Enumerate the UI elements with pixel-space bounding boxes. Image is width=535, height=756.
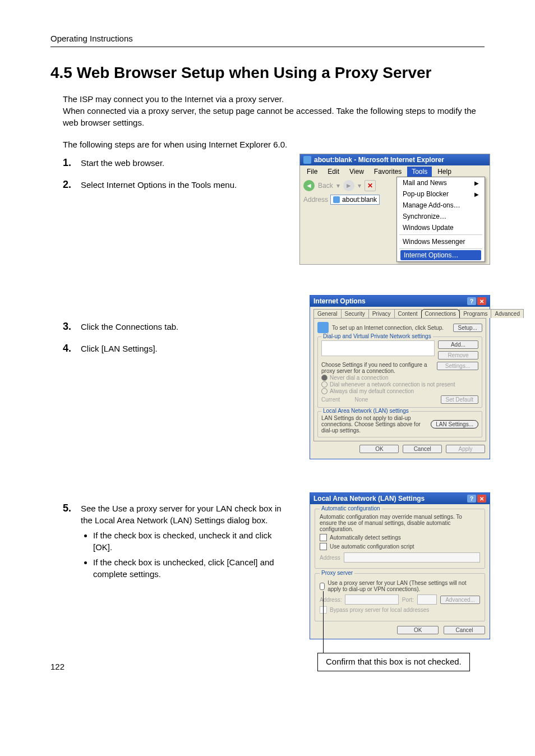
menu-item-mail[interactable]: Mail and News▶ bbox=[397, 177, 485, 188]
header-rule bbox=[50, 47, 485, 47]
add-button[interactable]: Add... bbox=[438, 340, 478, 349]
script-address-label: Address bbox=[320, 555, 340, 561]
globe-icon bbox=[317, 322, 329, 333]
menu-item-internet-options[interactable]: Internet Options… bbox=[400, 250, 481, 260]
menu-file[interactable]: File bbox=[302, 167, 322, 177]
tab-general[interactable]: General bbox=[313, 309, 342, 318]
advanced-button[interactable]: Advanced... bbox=[440, 596, 480, 604]
forward-button-icon[interactable]: ► bbox=[343, 180, 354, 191]
io-tabs: General Security Privacy Content Connect… bbox=[313, 309, 486, 318]
menu-help[interactable]: Help bbox=[433, 167, 456, 177]
tab-advanced[interactable]: Advanced bbox=[491, 309, 523, 318]
ie-page-icon bbox=[333, 196, 340, 203]
proxy-address-field[interactable] bbox=[345, 594, 398, 605]
callout-box: Confirm that this box is not checked. bbox=[317, 653, 470, 671]
proxy-checkbox[interactable]: Use a proxy server for your LAN (These s… bbox=[320, 580, 480, 592]
proxy-port-field[interactable] bbox=[417, 594, 437, 605]
menu-view[interactable]: View bbox=[345, 167, 368, 177]
ie-logo-icon bbox=[303, 156, 311, 164]
address-value: about:blank bbox=[342, 196, 377, 204]
lan-legend: Local Area Network (LAN) settings bbox=[321, 408, 411, 414]
step-number: 2. bbox=[63, 179, 81, 191]
step-number: 3. bbox=[63, 321, 81, 333]
tab-connections[interactable]: Connections bbox=[421, 309, 460, 318]
lan-title-text: Local Area Network (LAN) Settings bbox=[313, 495, 425, 503]
figure-lan-settings: Local Area Network (LAN) Settings ? ✕ Au… bbox=[310, 492, 490, 639]
figure-internet-options: Internet Options ? ✕ General Security Pr… bbox=[310, 295, 490, 459]
io-title-text: Internet Options bbox=[313, 297, 366, 305]
auto-script-checkbox[interactable]: Use automatic configuration script bbox=[320, 543, 480, 550]
menu-favorites[interactable]: Favorites bbox=[370, 167, 406, 177]
io-titlebar: Internet Options ? ✕ bbox=[310, 296, 490, 307]
ie-title-text: about:blank - Microsoft Internet Explore… bbox=[314, 156, 444, 164]
tab-programs[interactable]: Programs bbox=[459, 309, 491, 318]
apply-button[interactable]: Apply bbox=[446, 445, 485, 453]
ok-button[interactable]: OK bbox=[359, 445, 399, 453]
menu-item-sync[interactable]: Synchronize… bbox=[397, 211, 485, 222]
back-label: Back bbox=[318, 182, 333, 190]
callout-leader-line bbox=[323, 591, 324, 653]
step-text: Click the Connections tab. bbox=[81, 321, 178, 333]
menu-item-popup[interactable]: Pop-up Blocker▶ bbox=[397, 188, 485, 200]
menu-edit[interactable]: Edit bbox=[323, 167, 344, 177]
step-number: 4. bbox=[63, 343, 81, 354]
connections-list[interactable] bbox=[321, 340, 435, 356]
step-5-bullet-1: If the check box is checked, uncheck it … bbox=[93, 529, 283, 553]
radio-never-dial[interactable]: Never dial a connection bbox=[321, 375, 478, 381]
current-label: Current bbox=[321, 397, 340, 403]
remove-button[interactable]: Remove bbox=[438, 351, 478, 359]
dialup-legend: Dial-up and Virtual Private Network sett… bbox=[321, 333, 433, 339]
settings-button[interactable]: Settings... bbox=[437, 362, 478, 370]
lan-cancel-button[interactable]: Cancel bbox=[444, 626, 485, 634]
step-text: Select Internet Options in the Tools men… bbox=[81, 179, 237, 191]
address-field[interactable]: about:blank bbox=[330, 195, 380, 205]
step-5-bullet-2: If the check box is unchecked, click [Ca… bbox=[93, 556, 283, 580]
menu-tools[interactable]: Tools bbox=[407, 167, 432, 177]
menu-item-update[interactable]: Windows Update bbox=[397, 222, 485, 233]
menu-item-messenger[interactable]: Windows Messenger bbox=[397, 236, 485, 247]
menu-item-addons[interactable]: Manage Add-ons… bbox=[397, 200, 485, 211]
lan-settings-button[interactable]: LAN Settings... bbox=[431, 420, 478, 428]
section-title: 4.5 Web Browser Setup when Using a Proxy… bbox=[50, 64, 485, 82]
step-text: Start the web browser. bbox=[81, 157, 164, 169]
close-icon[interactable]: ✕ bbox=[477, 297, 486, 305]
setup-text: To set up an Internet connection, click … bbox=[332, 325, 450, 331]
radio-dial-when-absent[interactable]: Dial whenever a network connection is no… bbox=[321, 381, 478, 388]
tools-dropdown: Mail and News▶ Pop-up Blocker▶ Manage Ad… bbox=[396, 177, 485, 262]
figure-ie-tools-menu: about:blank - Microsoft Internet Explore… bbox=[299, 154, 490, 265]
cancel-button[interactable]: Cancel bbox=[403, 445, 442, 453]
auto-config-legend: Automatic configuration bbox=[320, 505, 382, 511]
proxy-legend: Proxy server bbox=[320, 570, 354, 576]
set-default-button[interactable]: Set Default bbox=[441, 395, 478, 404]
tab-content[interactable]: Content bbox=[394, 309, 422, 318]
close-icon[interactable]: ✕ bbox=[477, 495, 486, 503]
intro-paragraph: The ISP may connect you to the Internet … bbox=[63, 93, 485, 128]
proxy-port-label: Port: bbox=[402, 597, 414, 603]
step-number: 5. bbox=[63, 503, 81, 514]
address-label: Address bbox=[303, 196, 328, 204]
tab-security[interactable]: Security bbox=[341, 309, 369, 318]
step-number: 1. bbox=[63, 157, 81, 169]
auto-detect-checkbox[interactable]: Automatically detect settings bbox=[320, 534, 480, 541]
help-icon[interactable]: ? bbox=[467, 495, 476, 503]
step-text: Click [LAN Settings]. bbox=[81, 343, 158, 354]
stop-button-icon[interactable]: ✕ bbox=[365, 180, 376, 191]
current-value: None bbox=[354, 397, 368, 403]
back-button-icon[interactable]: ◄ bbox=[303, 180, 315, 191]
lan-titlebar: Local Area Network (LAN) Settings ? ✕ bbox=[310, 493, 490, 504]
running-head: Operating Instructions bbox=[50, 34, 485, 43]
setup-button[interactable]: Setup... bbox=[453, 324, 482, 332]
ie-menubar: File Edit View Favorites Tools Help bbox=[300, 165, 490, 178]
ie-titlebar: about:blank - Microsoft Internet Explore… bbox=[300, 154, 490, 165]
step-5-lead: See the Use a proxy server for your LAN … bbox=[81, 504, 282, 525]
lan-text: LAN Settings do not apply to dial-up con… bbox=[321, 415, 427, 434]
radio-always-dial[interactable]: Always dial my default connection bbox=[321, 388, 478, 394]
step-text: See the Use a proxy server for your LAN … bbox=[81, 503, 283, 583]
bypass-checkbox[interactable]: Bypass proxy server for local addresses bbox=[320, 606, 480, 614]
preface-note: The following steps are for when using I… bbox=[63, 140, 485, 149]
script-address-field[interactable] bbox=[344, 552, 480, 563]
callout-text: Confirm that this box is not checked. bbox=[326, 657, 462, 666]
help-icon[interactable]: ? bbox=[467, 297, 476, 305]
tab-privacy[interactable]: Privacy bbox=[368, 309, 395, 318]
lan-ok-button[interactable]: OK bbox=[397, 626, 439, 634]
